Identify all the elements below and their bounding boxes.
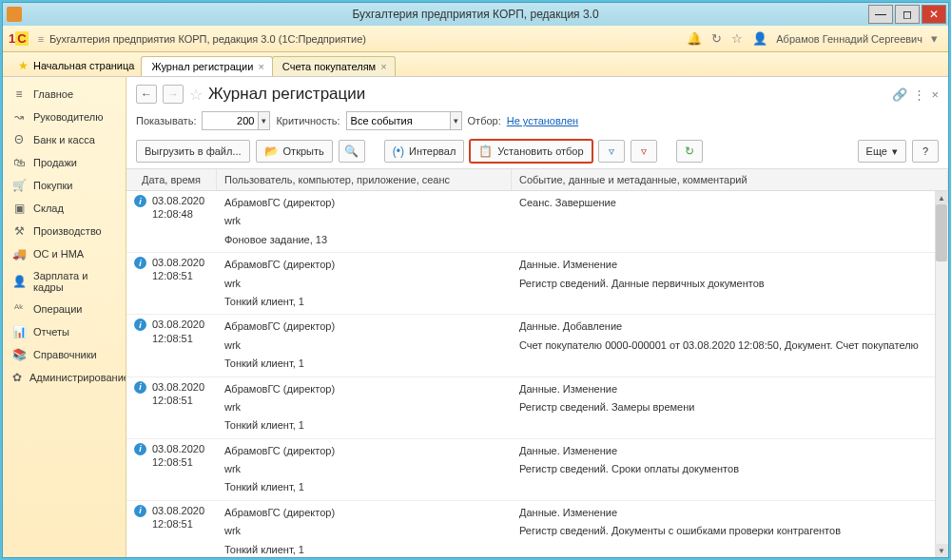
sidebar-item-1[interactable]: ↝Руководителю	[3, 106, 126, 128]
sidebar-item-label: Операции	[33, 303, 82, 315]
favorite-star-icon[interactable]: ☆	[189, 86, 203, 104]
info-icon: i	[134, 381, 146, 394]
sidebar-icon: ▣	[12, 202, 26, 215]
table-header: Дата, время Пользователь, компьютер, при…	[126, 169, 948, 191]
sidebar-item-10[interactable]: 📊Отчеты	[3, 320, 126, 343]
user-dropdown-icon[interactable]: ▾	[931, 31, 938, 46]
set-filter-button[interactable]: 📋Установить отбор	[470, 140, 592, 163]
spinner-icon[interactable]: ▾	[259, 111, 270, 130]
maximize-button[interactable]: ◻	[895, 5, 920, 24]
event-cell: Данные. ДобавлениеСчет покупателю 0000-0…	[512, 315, 948, 376]
scroll-thumb[interactable]	[936, 204, 947, 261]
sidebar-item-label: Отчеты	[33, 326, 69, 338]
appbar: 1C ≡ Бухгалтерия предприятия КОРП, редак…	[3, 26, 948, 52]
sidebar-item-label: Главное	[33, 88, 73, 100]
sidebar-icon: ↝	[12, 110, 26, 124]
close-icon[interactable]: ×	[258, 61, 263, 72]
sidebar-icon: ✿	[12, 371, 22, 384]
table-row[interactable]: i03.08.202012:08:51АбрамовГС (директор)w…	[126, 253, 948, 315]
sidebar-item-8[interactable]: 👤Зарплата и кадры	[3, 265, 126, 298]
sidebar-item-4[interactable]: 🛒Покупки	[3, 174, 126, 197]
col-datetime[interactable]: Дата, время	[126, 169, 217, 190]
sidebar-item-3[interactable]: 🛍Продажи	[3, 151, 126, 174]
close-button[interactable]: ✕	[922, 5, 946, 24]
scrollbar[interactable]: ▲ ▼	[935, 191, 948, 557]
interval-icon: (•)	[393, 145, 404, 158]
info-icon: i	[134, 505, 146, 517]
user-name[interactable]: Абрамов Геннадий Сергеевич	[776, 33, 922, 45]
refresh-button[interactable]: ↻	[676, 140, 703, 163]
folder-icon: 📂	[264, 145, 279, 158]
sidebar-item-9[interactable]: ᴬᵏОперации	[3, 298, 126, 320]
filter-clear-button[interactable]: ▿	[631, 140, 657, 163]
info-icon: i	[134, 443, 146, 455]
user-cell: АбрамовГС (директор)wrkТонкий клиент, 1	[217, 315, 512, 376]
minimize-button[interactable]: —	[868, 5, 893, 24]
sidebar-item-11[interactable]: 📚Справочники	[3, 343, 126, 366]
nav-back-button[interactable]: ←	[136, 85, 157, 104]
sidebar-item-label: ОС и НМА	[33, 248, 84, 260]
tab-label: Счета покупателям	[282, 61, 376, 72]
criticality-select[interactable]	[346, 111, 451, 130]
tab-journal[interactable]: Журнал регистрации ×	[141, 56, 272, 76]
user-cell: АбрамовГС (директор)wrkТонкий клиент, 1	[217, 501, 512, 557]
sidebar-item-label: Руководителю	[33, 111, 103, 123]
filter-link[interactable]: Не установлен	[507, 115, 578, 126]
datetime: 03.08.202012:08:51	[152, 504, 204, 557]
col-event[interactable]: Событие, данные и метаданные, комментари…	[512, 169, 948, 190]
scroll-up-icon[interactable]: ▲	[935, 191, 948, 204]
user-cell: АбрамовГС (директор)wrkТонкий клиент, 1	[217, 253, 512, 314]
nav-forward-button[interactable]: →	[163, 85, 184, 104]
open-button[interactable]: 📂Открыть	[256, 140, 333, 163]
datetime: 03.08.202012:08:51	[152, 256, 204, 311]
link-icon[interactable]: 🔗	[892, 87, 907, 102]
sidebar-icon: 🛍	[12, 156, 26, 169]
bell-icon[interactable]: 🔔	[687, 31, 702, 46]
info-icon: i	[134, 319, 146, 331]
user-icon[interactable]: 👤	[752, 31, 767, 46]
sidebar-item-7[interactable]: 🚚ОС и НМА	[3, 242, 126, 265]
info-icon: i	[134, 257, 146, 269]
app-icon	[7, 7, 22, 22]
refresh-icon: ↻	[685, 145, 694, 158]
sidebar-item-5[interactable]: ▣Склад	[3, 197, 126, 220]
appbar-title: Бухгалтерия предприятия КОРП, редакция 3…	[49, 33, 366, 45]
tab-invoices[interactable]: Счета покупателям ×	[272, 56, 396, 76]
tabsbar: ★ Начальная страница Журнал регистрации …	[3, 52, 948, 77]
sidebar-item-0[interactable]: ≡Главное	[3, 83, 126, 106]
scroll-down-icon[interactable]: ▼	[935, 544, 948, 557]
tab-home[interactable]: ★ Начальная страница	[9, 55, 142, 76]
sidebar-item-label: Производство	[33, 225, 102, 237]
show-count-input[interactable]	[202, 111, 259, 130]
export-button[interactable]: Выгрузить в файл...	[136, 140, 250, 163]
more-button[interactable]: Еще ▾	[858, 140, 906, 163]
filter-clipboard-icon: 📋	[478, 145, 493, 158]
search-button[interactable]: 🔍	[339, 140, 365, 163]
close-icon[interactable]: ×	[380, 61, 386, 72]
search-icon: 🔍	[344, 145, 359, 158]
sidebar-item-2[interactable]: ΘБанк и касса	[3, 128, 126, 151]
menu-icon[interactable]: ≡	[38, 33, 44, 45]
help-button[interactable]: ?	[912, 140, 939, 163]
datetime: 03.08.202012:08:51	[152, 318, 204, 373]
table-row[interactable]: i03.08.202012:08:51АбрамовГС (директор)w…	[126, 377, 948, 439]
filter-funnel-button[interactable]: ▿	[598, 140, 625, 163]
star-icon[interactable]: ☆	[731, 31, 743, 46]
sidebar-item-label: Склад	[33, 203, 64, 214]
history-icon[interactable]: ↻	[711, 31, 722, 46]
event-cell: Данные. ИзменениеРегистр сведений. Сроки…	[512, 439, 948, 500]
table-row[interactable]: i03.08.202012:08:48АбрамовГС (директор)w…	[126, 191, 948, 253]
close-view-icon[interactable]: ×	[931, 87, 939, 102]
filter-label: Отбор:	[468, 115, 501, 126]
more-icon[interactable]: ⋮	[913, 87, 925, 102]
table-row[interactable]: i03.08.202012:08:51АбрамовГС (директор)w…	[126, 439, 948, 501]
sidebar-item-6[interactable]: ⚒Производство	[3, 220, 126, 242]
table-row[interactable]: i03.08.202012:08:51АбрамовГС (директор)w…	[126, 315, 948, 377]
dropdown-icon[interactable]: ▾	[451, 111, 462, 130]
col-user[interactable]: Пользователь, компьютер, приложение, сеа…	[217, 169, 512, 190]
logo-1c: 1C	[9, 31, 29, 46]
sidebar-icon: 🚚	[12, 247, 26, 261]
sidebar-item-12[interactable]: ✿Администрирование	[3, 366, 126, 389]
interval-button[interactable]: (•)Интервал	[384, 140, 465, 163]
table-row[interactable]: i03.08.202012:08:51АбрамовГС (директор)w…	[126, 501, 948, 557]
